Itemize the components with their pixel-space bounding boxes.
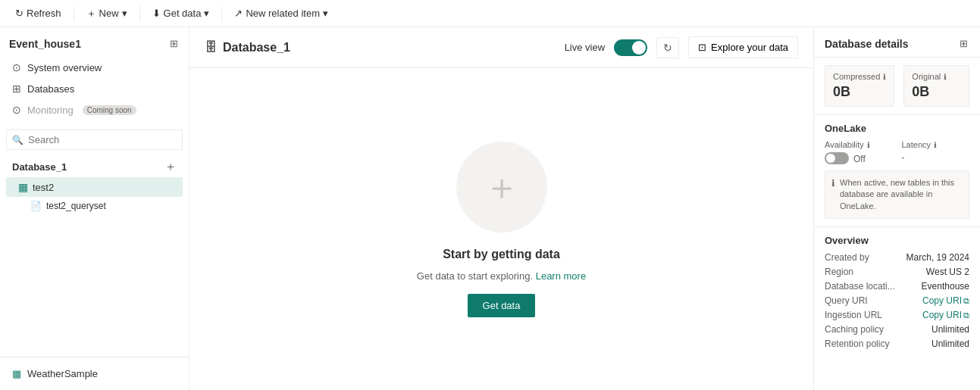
external-link-icon: ↗ (234, 8, 243, 19)
sidebar-search: 🔍 (6, 129, 183, 150)
sidebar: Event_house1 ⊞ ⊙ System overview ⊞ Datab… (0, 27, 189, 390)
onelake-section: OneLake Availability ℹ Off (814, 115, 980, 227)
info-icon-availability: ℹ (867, 141, 870, 149)
live-view-label: Live view (565, 42, 605, 53)
sidebar-db-header: Database_1 ＋ (6, 156, 183, 177)
panel-metrics: Compressed ℹ 0B Original ℹ 0B (825, 65, 969, 107)
add-database-button[interactable]: ＋ (164, 161, 177, 173)
search-icon: 🔍 (12, 135, 23, 145)
tree-item-test2[interactable]: ▦ test2 (6, 177, 183, 197)
queryset-icon: 📄 (30, 201, 42, 211)
get-data-button[interactable]: ⬇ Get data ▾ (146, 5, 216, 22)
overview-key: Region (825, 267, 853, 277)
info-icon-latency: ℹ (934, 141, 937, 149)
empty-state-title: Start by getting data (443, 248, 560, 261)
overview-value: Unlimited (931, 339, 969, 349)
tree-item-test2-queryset[interactable]: 📄 test2_queryset (6, 197, 183, 215)
toolbar-separator-1 (74, 6, 74, 21)
page-title: Database_1 (223, 41, 290, 55)
latency-col: Latency ℹ - (902, 140, 970, 164)
latency-value: - (902, 152, 970, 163)
get-data-label: Get data (164, 8, 202, 19)
sidebar-header: Event_house1 ⊞ (0, 27, 189, 57)
onelake-info-text: When active, new tables in this database… (840, 177, 963, 212)
overview-key: Ingestion URL (825, 310, 882, 320)
copy-uri-link[interactable]: Copy URI ⧉ (922, 295, 969, 306)
availability-status: Off (853, 154, 866, 164)
sidebar-nav: ⊙ System overview ⊞ Databases ⊙ Monitori… (0, 57, 189, 126)
sidebar-item-databases[interactable]: ⊞ Databases (6, 78, 183, 99)
chevron-down-icon-3: ▾ (323, 8, 328, 19)
get-data-cta-button[interactable]: Get data (468, 294, 536, 317)
right-panel: Database details ⊞ Compressed ℹ 0B Origi… (813, 27, 980, 390)
panel-title: Database details (825, 38, 909, 50)
overview-row: Retention policyUnlimited (825, 339, 969, 349)
overview-value: Unlimited (931, 324, 969, 335)
system-overview-icon: ⊙ (12, 61, 21, 73)
new-related-item-button[interactable]: ↗ New related item ▾ (228, 5, 334, 22)
overview-row: Caching policyUnlimited (825, 324, 969, 335)
weathersample-label: WeatherSample (27, 368, 98, 379)
overview-value: West US 2 (926, 267, 969, 277)
empty-sub-text: Get data to start exploring. (417, 270, 533, 282)
availability-label: Availability ℹ (825, 140, 893, 149)
copy-uri-link[interactable]: Copy URI ⧉ (922, 310, 969, 320)
overview-key: Query URI (825, 295, 868, 306)
compressed-metric-card: Compressed ℹ 0B (825, 65, 894, 107)
learn-more-link[interactable]: Learn more (536, 270, 586, 282)
overview-key: Created by (825, 252, 869, 263)
refresh-button[interactable]: ↻ Refresh (9, 5, 67, 22)
explore-icon: ⊡ (698, 42, 706, 53)
content-header: 🗄 Database_1 Live view ↻ ⊡ Explore your … (189, 27, 813, 68)
database-title-icon: 🗄 (205, 41, 217, 55)
availability-toggle[interactable] (825, 152, 849, 164)
availability-toggle-knob (826, 154, 835, 163)
sidebar-item-system-overview[interactable]: ⊙ System overview (6, 57, 183, 78)
system-overview-label: System overview (27, 62, 102, 73)
tree-item-test2-label: test2 (33, 182, 54, 193)
info-icon-original: ℹ (944, 73, 947, 81)
plus-icon: ＋ (86, 7, 96, 20)
download-icon: ⬇ (152, 8, 161, 19)
availability-col: Availability ℹ Off (825, 140, 893, 164)
info-icon-compressed: ℹ (883, 73, 886, 81)
explore-label: Explore your data (711, 42, 788, 53)
refresh-icon-2: ↻ (663, 42, 672, 54)
original-metric-card: Original ℹ 0B (903, 65, 969, 107)
databases-icon: ⊞ (12, 83, 21, 95)
explore-data-button[interactable]: ⊡ Explore your data (688, 36, 798, 58)
chevron-down-icon: ▾ (122, 8, 127, 19)
latency-label: Latency ℹ (902, 140, 970, 149)
overview-row: Query URICopy URI ⧉ (825, 295, 969, 306)
new-button[interactable]: ＋ New ▾ (80, 4, 133, 23)
onelake-info-box: ℹ When active, new tables in this databa… (825, 170, 969, 219)
search-input[interactable] (6, 129, 183, 150)
new-label: New (99, 8, 119, 19)
new-related-label: New related item (246, 8, 320, 19)
overview-key: Database locati... (825, 281, 895, 292)
monitoring-icon: ⊙ (12, 104, 21, 116)
refresh-icon: ↻ (15, 8, 23, 19)
overview-key: Retention policy (825, 339, 889, 349)
info-circle-icon: ℹ (831, 178, 835, 189)
databases-label: Databases (27, 83, 74, 95)
overview-value[interactable]: Copy URI ⧉ (922, 310, 969, 320)
expand-icon-button[interactable]: ⊞ (168, 36, 180, 51)
overview-value: March, 19 2024 (906, 252, 969, 263)
compressed-label: Compressed ℹ (833, 72, 886, 81)
refresh-content-button[interactable]: ↻ (656, 37, 679, 58)
toolbar-separator-3 (221, 6, 222, 21)
original-label: Original ℹ (912, 72, 961, 81)
sidebar-item-weathersample[interactable]: ▦ WeatherSample (6, 363, 183, 384)
overview-value[interactable]: Copy URI ⧉ (922, 295, 969, 306)
refresh-label: Refresh (27, 8, 61, 19)
sidebar-db-section: Database_1 ＋ ▦ test2 📄 test2_queryset (0, 156, 189, 215)
live-view-toggle[interactable] (614, 39, 647, 56)
content-title-group: 🗄 Database_1 (205, 41, 290, 55)
plus-circle: ＋ (456, 142, 547, 232)
overview-row: RegionWest US 2 (825, 267, 969, 277)
eventhouse-title: Event_house1 (9, 38, 81, 50)
panel-expand-button[interactable]: ⊞ (958, 36, 969, 51)
overview-rows: Created byMarch, 19 2024RegionWest US 2D… (825, 252, 969, 349)
original-value: 0B (912, 84, 961, 100)
